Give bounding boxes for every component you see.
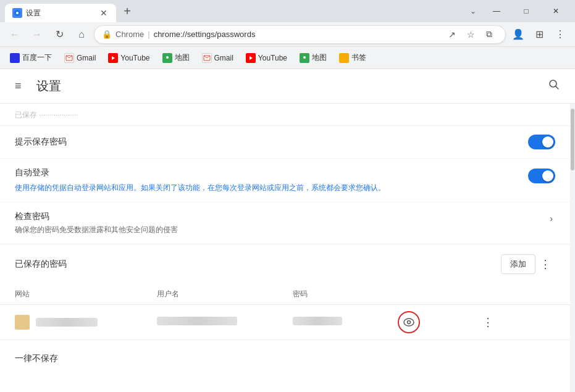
- check-password-desc: 确保您的密码免受数据泄露和其他安全问题的侵害: [15, 225, 547, 235]
- svg-point-3: [166, 56, 169, 59]
- svg-point-5: [303, 56, 306, 59]
- auto-login-desc: 使用存储的凭据自动登录网站和应用。如果关闭了该功能，在您每次登录网站或应用之前，…: [15, 182, 528, 193]
- youtube-favicon-1: [108, 53, 118, 63]
- navigation-bar: ← → ↻ ⌂ 🔒 Chrome | chrome://settings/pas…: [0, 22, 575, 47]
- bookmarks-bar: 百度一下 Gmail YouTube 地图 Gmail YouTube 地图: [0, 47, 575, 69]
- baidu-favicon: [10, 53, 20, 63]
- site-name-label: Chrome: [115, 30, 144, 39]
- hamburger-button[interactable]: ≡: [10, 75, 27, 98]
- bookmark-button[interactable]: ☆: [462, 26, 479, 43]
- bookmark-youtube-1[interactable]: YouTube: [103, 51, 154, 65]
- svg-point-1: [16, 12, 19, 14]
- refresh-button[interactable]: ↻: [49, 25, 69, 44]
- new-tab-button[interactable]: +: [119, 2, 136, 20]
- username-blur: [157, 317, 237, 325]
- scroll-wrapper: 已保存 ··················· 提示保存密码 自动登录 使用: [0, 104, 575, 392]
- svg-marker-2: [112, 56, 115, 60]
- page-title: 设置: [36, 78, 533, 94]
- search-settings-button[interactable]: [543, 73, 565, 99]
- password-row: ⋮: [0, 305, 570, 340]
- split-view-button[interactable]: ⧉: [481, 26, 498, 43]
- maximize-button[interactable]: [512, 0, 540, 22]
- toolbar-actions: 👤 ⊞ ⋮: [508, 25, 570, 44]
- bookmark-gmail-2[interactable]: Gmail: [197, 51, 238, 65]
- eye-icon: [403, 318, 414, 327]
- col-password-header: 密码: [287, 289, 398, 299]
- auto-login-row: 自动登录 使用存储的凭据自动登录网站和应用。如果关闭了该功能，在您每次登录网站或…: [0, 159, 570, 202]
- bookmark-youtube1-label: YouTube: [120, 54, 149, 62]
- bookmark-gmail-1[interactable]: Gmail: [59, 51, 101, 65]
- back-button[interactable]: ←: [5, 25, 25, 44]
- site-favicon: [15, 315, 30, 330]
- col-site-header: 网站: [15, 289, 151, 299]
- close-button[interactable]: [542, 0, 570, 22]
- bookmark-maps-2[interactable]: 地图: [295, 50, 332, 65]
- active-tab[interactable]: 设置 ✕: [5, 4, 116, 22]
- row-more-button[interactable]: ⋮: [478, 312, 498, 332]
- maps-favicon-1: [162, 53, 172, 63]
- main-container: ≡ 设置 已保存 ···················: [0, 69, 575, 392]
- youtube-favicon-2: [246, 53, 256, 63]
- minimize-icon: [493, 7, 500, 15]
- never-save-label: 一律不保存: [15, 353, 58, 363]
- table-header: 网站 用户名 密码: [0, 284, 570, 305]
- tab-strip: 设置 ✕ +: [5, 0, 465, 22]
- bookmark-bookmarks-label: 书签: [351, 52, 366, 63]
- address-actions: ↗ ☆ ⧉: [443, 26, 498, 43]
- address-bar[interactable]: 🔒 Chrome | chrome://settings/passwords ↗…: [94, 25, 506, 44]
- auto-login-label: 自动登录: [15, 167, 528, 178]
- save-password-label: 提示保存密码: [15, 136, 528, 148]
- window-menu-icon[interactable]: ⌄: [465, 7, 481, 15]
- password-cell: [287, 317, 398, 328]
- passwords-more-button[interactable]: ⋮: [535, 254, 555, 274]
- search-icon: [548, 78, 560, 91]
- title-bar: 设置 ✕ + ⌄: [0, 0, 575, 22]
- home-button[interactable]: ⌂: [72, 25, 91, 44]
- menu-button[interactable]: ⋮: [550, 25, 570, 44]
- minimize-button[interactable]: [482, 0, 511, 22]
- bookmark-gmail2-label: Gmail: [214, 54, 233, 62]
- svg-line-7: [556, 86, 559, 90]
- lock-icon: 🔒: [102, 30, 112, 39]
- maps-favicon-2: [300, 53, 309, 63]
- bookmark-youtube-2[interactable]: YouTube: [241, 51, 292, 65]
- site-name-blur: [36, 318, 98, 327]
- auto-login-toggle[interactable]: [528, 169, 555, 183]
- url-text[interactable]: chrome://settings/passwords: [154, 30, 440, 39]
- bookmark-maps-1[interactable]: 地图: [157, 50, 195, 65]
- col-eye-header: [398, 289, 420, 299]
- gmail-favicon-2: [202, 53, 212, 63]
- address-separator: |: [148, 30, 149, 39]
- svg-point-9: [408, 321, 411, 324]
- save-password-toggle[interactable]: [528, 135, 555, 149]
- bookmark-youtube2-label: YouTube: [258, 54, 287, 62]
- col-more-header: [478, 289, 498, 299]
- svg-marker-4: [250, 56, 253, 60]
- tab-close-button[interactable]: ✕: [99, 8, 109, 18]
- bookmark-baidu-label: 百度一下: [22, 52, 52, 63]
- bookmark-gmail1-label: Gmail: [77, 54, 96, 62]
- maximize-icon: [524, 7, 528, 15]
- saved-passwords-header: 已保存的密码 添加 ⋮: [0, 244, 570, 284]
- bookmark-baidu[interactable]: 百度一下: [5, 50, 57, 65]
- save-password-info: 提示保存密码: [15, 136, 528, 148]
- profile-button[interactable]: 👤: [508, 25, 528, 44]
- bookmark-bookmarks[interactable]: 书签: [334, 50, 371, 65]
- forward-button[interactable]: →: [27, 25, 47, 44]
- save-password-row: 提示保存密码: [0, 126, 570, 159]
- settings-scroll-area[interactable]: 已保存 ··················· 提示保存密码 自动登录 使用: [0, 104, 570, 392]
- add-password-button[interactable]: 添加: [501, 254, 535, 274]
- tab-title: 设置: [26, 8, 95, 19]
- check-password-arrow-icon[interactable]: ›: [547, 211, 555, 226]
- check-password-info: 检查密码 确保您的密码免受数据泄露和其他安全问题的侵害: [15, 211, 547, 235]
- share-button[interactable]: ↗: [443, 26, 461, 43]
- settings-page: ≡ 设置 已保存 ···················: [0, 69, 575, 392]
- bookmark-maps2-label: 地图: [312, 52, 327, 63]
- site-cell: [15, 315, 151, 330]
- extensions-button[interactable]: ⊞: [529, 25, 549, 44]
- check-password-label: 检查密码: [15, 211, 547, 222]
- check-password-row[interactable]: 检查密码 确保您的密码免受数据泄露和其他安全问题的侵害 ›: [0, 202, 570, 244]
- scrollbar-thumb[interactable]: [571, 109, 574, 170]
- eye-button[interactable]: [398, 311, 420, 333]
- svg-point-8: [404, 319, 414, 326]
